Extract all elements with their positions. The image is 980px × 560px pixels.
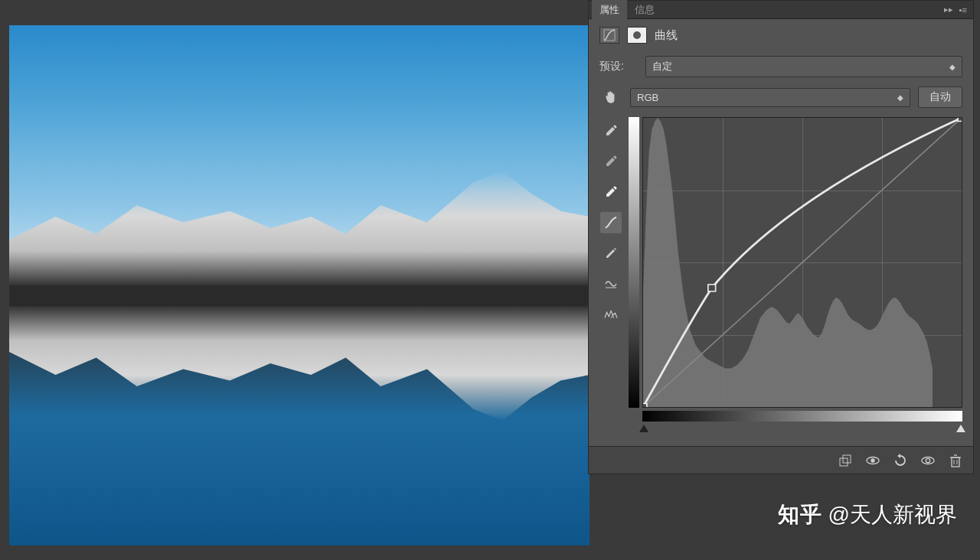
canvas-image[interactable] xyxy=(9,25,590,545)
properties-panel: 属性 信息 ▸▸ ▪≡ 曲线 预设: 自定 ◆ RGB ◆ 自动 xyxy=(588,0,974,474)
curve-grid[interactable] xyxy=(642,117,962,408)
svg-marker-7 xyxy=(639,425,648,432)
chevron-down-icon: ◆ xyxy=(897,93,903,102)
output-gradient xyxy=(629,117,639,408)
panel-tabs: 属性 信息 ▸▸ ▪≡ xyxy=(589,1,973,19)
panel-footer xyxy=(589,446,973,474)
tab-properties[interactable]: 属性 xyxy=(592,0,627,20)
preset-row: 预设: 自定 ◆ xyxy=(589,51,973,82)
adjustment-header: 曲线 xyxy=(589,19,973,51)
clip-to-layer-icon[interactable] xyxy=(838,454,852,467)
watermark-brand: 知乎 xyxy=(778,500,822,529)
targeted-adjustment-icon[interactable] xyxy=(599,87,622,107)
curve-line[interactable] xyxy=(643,118,962,407)
curves-adjustment-icon xyxy=(599,27,619,44)
svg-point-1 xyxy=(633,31,641,39)
collapse-icon[interactable]: ▸▸ xyxy=(941,5,956,15)
clip-display-icon[interactable]: A xyxy=(600,304,622,325)
toggle-visibility-icon[interactable] xyxy=(921,454,935,467)
mountain-reflection-graphic xyxy=(9,306,590,421)
svg-text:A: A xyxy=(611,314,615,319)
tab-info[interactable]: 信息 xyxy=(627,0,662,20)
svg-rect-6 xyxy=(958,118,962,121)
watermark-author: @天人新视界 xyxy=(828,500,957,529)
channel-row: RGB ◆ 自动 xyxy=(589,82,973,112)
panel-menu-icon[interactable]: ▪≡ xyxy=(956,5,970,15)
svg-rect-10 xyxy=(843,455,851,463)
smooth-tool-icon[interactable] xyxy=(600,273,622,295)
pencil-tool-icon[interactable] xyxy=(600,243,622,264)
black-point-slider[interactable] xyxy=(639,422,648,429)
eyedropper-black-icon[interactable] xyxy=(600,120,622,142)
curve-graph-area xyxy=(629,117,962,325)
svg-point-15 xyxy=(926,458,929,462)
svg-rect-4 xyxy=(643,404,647,407)
chevron-down-icon: ◆ xyxy=(949,63,956,71)
curves-editor: A xyxy=(589,112,973,325)
view-previous-icon[interactable] xyxy=(866,454,880,467)
watermark: 知乎 @天人新视界 xyxy=(778,500,957,529)
svg-rect-16 xyxy=(952,457,959,467)
eyedropper-gray-icon[interactable] xyxy=(600,151,622,172)
mask-icon[interactable] xyxy=(627,27,647,44)
reset-icon[interactable] xyxy=(893,454,907,467)
curve-point-tool-icon[interactable] xyxy=(600,212,622,233)
svg-marker-13 xyxy=(897,454,900,458)
auto-button[interactable]: 自动 xyxy=(918,86,962,108)
channel-select[interactable]: RGB ◆ xyxy=(630,88,910,107)
svg-point-12 xyxy=(871,458,874,462)
preset-select[interactable]: 自定 ◆ xyxy=(645,56,962,77)
white-point-slider[interactable] xyxy=(956,422,965,429)
delete-icon[interactable] xyxy=(949,454,962,467)
curve-tools: A xyxy=(599,117,622,325)
preset-label: 预设: xyxy=(599,60,638,73)
adjustment-title: 曲线 xyxy=(655,28,678,43)
svg-rect-9 xyxy=(840,458,848,466)
eyedropper-white-icon[interactable] xyxy=(600,181,622,203)
svg-marker-8 xyxy=(956,425,965,432)
input-gradient xyxy=(642,411,962,422)
preset-value: 自定 xyxy=(652,60,672,73)
channel-value: RGB xyxy=(637,92,658,103)
svg-rect-5 xyxy=(708,285,716,291)
mountain-graphic xyxy=(9,171,590,285)
